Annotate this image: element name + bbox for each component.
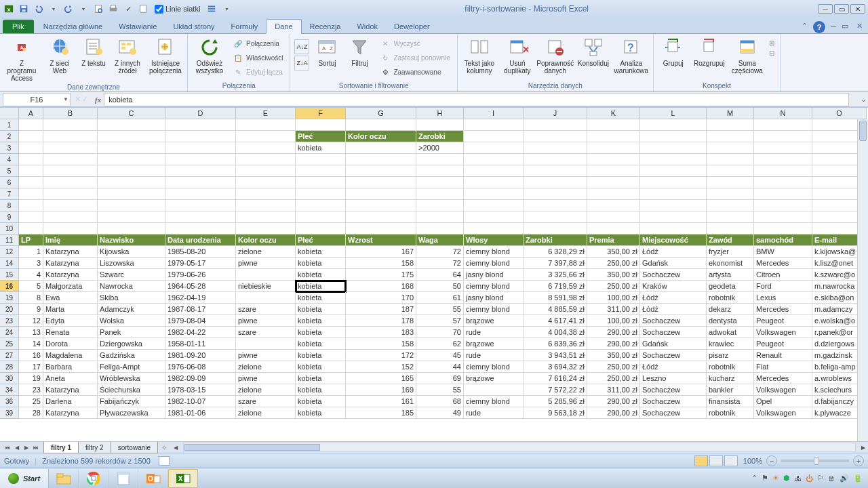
qat-customize-icon[interactable]: ▼ xyxy=(220,3,233,15)
cell[interactable] xyxy=(640,211,707,223)
tab-formulas[interactable]: Formuły xyxy=(223,20,267,33)
cell[interactable] xyxy=(165,142,236,154)
cell[interactable] xyxy=(296,223,346,235)
cell[interactable] xyxy=(707,154,754,165)
cell[interactable] xyxy=(464,188,524,200)
cell[interactable] xyxy=(98,223,165,235)
row-header[interactable]: 10 xyxy=(0,223,19,235)
cell[interactable] xyxy=(707,119,754,131)
cell[interactable] xyxy=(98,188,165,200)
cell[interactable]: 1979-05-17 xyxy=(165,258,236,269)
cell[interactable]: Waga xyxy=(416,235,464,246)
cell[interactable] xyxy=(587,131,640,142)
cell[interactable]: Zarobki xyxy=(416,131,464,142)
start-button[interactable]: Start xyxy=(0,469,49,488)
cell[interactable] xyxy=(587,223,640,235)
advanced-filter-button[interactable]: ⚙Zaawansowane xyxy=(377,65,452,79)
cell[interactable]: 350,00 zł xyxy=(587,246,640,258)
cell[interactable] xyxy=(524,211,587,223)
cell[interactable] xyxy=(19,223,43,235)
cell[interactable]: 1958-01-11 xyxy=(165,338,236,350)
cell[interactable] xyxy=(707,177,754,188)
subtotal-button[interactable]: Suma częściowa xyxy=(730,35,765,76)
ribbon-minimize-icon[interactable]: ⌃ xyxy=(799,19,810,33)
cell[interactable] xyxy=(346,200,416,211)
cell[interactable] xyxy=(464,223,524,235)
cell[interactable] xyxy=(524,177,587,188)
cell[interactable]: 175 xyxy=(346,269,416,281)
namebox-dropdown-icon[interactable]: ▼ xyxy=(63,96,68,102)
col-header-A[interactable]: A xyxy=(19,108,43,119)
cell[interactable] xyxy=(707,200,754,211)
cell[interactable] xyxy=(98,200,165,211)
cell[interactable] xyxy=(165,188,236,200)
cell[interactable]: robotnik xyxy=(707,292,754,304)
cell[interactable]: ciemny blond xyxy=(464,304,524,315)
spellcheck-icon[interactable]: ✓ xyxy=(122,3,134,15)
cell[interactable]: 250,00 zł xyxy=(587,373,640,384)
cell[interactable] xyxy=(587,165,640,177)
inner-minimize-icon[interactable]: ─ xyxy=(828,20,839,33)
cell[interactable]: 187 xyxy=(346,304,416,315)
cell[interactable]: zielone xyxy=(236,407,296,419)
cell[interactable] xyxy=(707,165,754,177)
sheet-tab[interactable]: filtry 1 xyxy=(43,442,79,453)
row-header[interactable]: 1 xyxy=(0,119,19,131)
what-if-button[interactable]: ?Analiza warunkowa xyxy=(614,35,649,76)
cell[interactable]: zielone xyxy=(236,246,296,258)
inner-close-icon[interactable]: ✕ xyxy=(851,19,868,33)
excel-icon[interactable]: X xyxy=(3,3,15,15)
cell[interactable] xyxy=(640,188,707,200)
row-header[interactable]: 6 xyxy=(0,177,19,188)
cell[interactable]: Sochaczew xyxy=(640,315,707,327)
tray-power-icon[interactable]: ⏻ xyxy=(806,474,813,483)
cell[interactable] xyxy=(236,142,296,154)
redo-dropdown-icon[interactable]: ▼ xyxy=(77,3,90,15)
cell[interactable]: 44 xyxy=(416,361,464,373)
cell[interactable]: Imię xyxy=(43,235,98,246)
cell[interactable]: 1964-05-28 xyxy=(165,281,236,292)
cell[interactable] xyxy=(707,188,754,200)
cell[interactable]: 1 xyxy=(19,246,43,258)
cell[interactable]: 1962-04-19 xyxy=(165,292,236,304)
cell[interactable] xyxy=(296,165,346,177)
cell[interactable] xyxy=(346,119,416,131)
cell[interactable] xyxy=(464,177,524,188)
cell[interactable] xyxy=(165,211,236,223)
cell[interactable]: Zarobki xyxy=(524,235,587,246)
cell[interactable]: Peugeot xyxy=(754,338,812,350)
cell[interactable] xyxy=(43,131,98,142)
cell[interactable]: Płeć xyxy=(296,235,346,246)
cell[interactable]: Volkswagen xyxy=(754,327,812,338)
cell[interactable]: 3 943,51 zł xyxy=(524,350,587,361)
cell[interactable]: 3 325,66 zł xyxy=(524,269,587,281)
cell[interactable]: 250,00 zł xyxy=(587,258,640,269)
cell[interactable] xyxy=(236,269,296,281)
cell[interactable]: 311,00 zł xyxy=(587,384,640,396)
cell[interactable]: 25 xyxy=(19,396,43,407)
cell[interactable]: 62 xyxy=(416,338,464,350)
chrome-taskbar-icon[interactable] xyxy=(79,469,108,488)
cell[interactable]: Edyta xyxy=(43,315,98,327)
cell[interactable] xyxy=(464,165,524,177)
prev-sheet-icon[interactable]: ◀ xyxy=(12,443,22,452)
cell[interactable]: Kraków xyxy=(640,281,707,292)
cell[interactable] xyxy=(98,211,165,223)
hscroll-right-icon[interactable]: ▶ xyxy=(859,443,868,452)
cell[interactable]: kobieta xyxy=(296,281,346,292)
tray-volume-icon[interactable]: 🔊 xyxy=(840,474,849,483)
cell[interactable]: 69 xyxy=(416,373,464,384)
cell[interactable]: 1982-09-09 xyxy=(165,373,236,384)
close-button[interactable]: ✕ xyxy=(850,4,865,14)
cell[interactable] xyxy=(754,211,812,223)
cell[interactable]: 6 839,36 zł xyxy=(524,338,587,350)
reapply-button[interactable]: ↻Zastosuj ponownie xyxy=(377,51,452,64)
row-header[interactable]: 23 xyxy=(0,315,19,327)
qat-more-icon[interactable] xyxy=(205,3,218,15)
cell[interactable]: piwne xyxy=(236,373,296,384)
cell[interactable]: kobieta xyxy=(296,384,346,396)
from-other-button[interactable]: Z innych źródeł xyxy=(110,35,145,76)
notepad-taskbar-icon[interactable] xyxy=(108,469,138,488)
cell[interactable]: ciemny blond xyxy=(464,246,524,258)
cell[interactable]: Fiat xyxy=(754,361,812,373)
